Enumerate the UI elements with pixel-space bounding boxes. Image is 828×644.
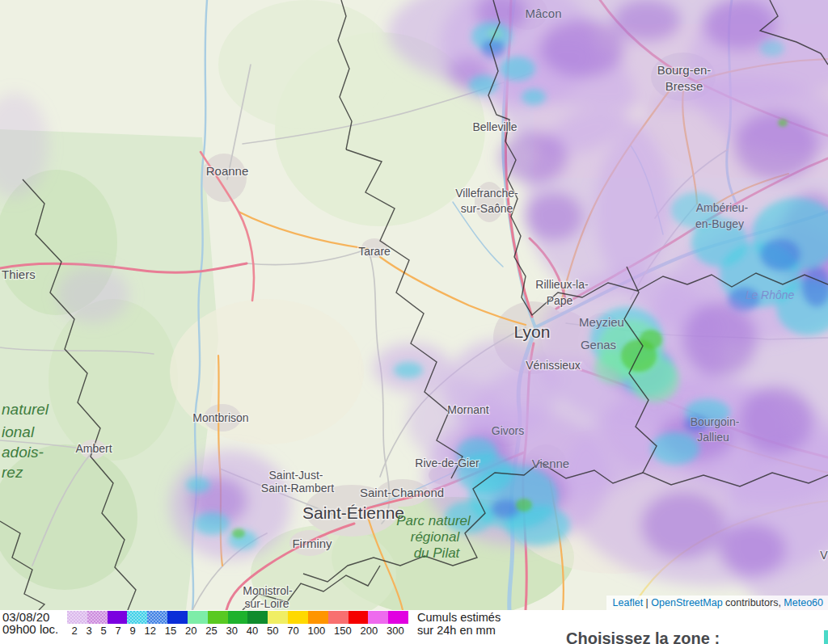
map-label-pilat-2: régional [411, 529, 461, 545]
map-label-bourgoin-1: Bourgoin- [691, 415, 740, 428]
legend-value-300: 300 [382, 625, 408, 637]
legend-value-9: 9 [125, 625, 140, 637]
map-label-bourgoin-2: Jallieu [697, 431, 729, 444]
legend-scale [67, 611, 408, 624]
map-label-mornant: Mornant [447, 403, 488, 416]
legend-color-300 [388, 611, 408, 624]
legend-color-25 [228, 611, 248, 624]
map-label-montbrison: Montbrison [192, 411, 248, 424]
map-label-livradois-3: adois- [2, 444, 44, 461]
map-label-venissieux: Vénissieux [526, 359, 581, 372]
map-label-firminy: Firminy [292, 537, 332, 550]
map-label-bourg-2: Bresse [665, 79, 703, 93]
weather-radar-map[interactable]: Mâcon Bourg-en- Bresse Belleville Villef… [0, 0, 828, 610]
legend-value-15: 15 [160, 625, 180, 637]
map-label-saintjust-2: Saint-Rambert [261, 482, 334, 495]
legend-value-7: 7 [111, 625, 125, 637]
map-label-belleville: Belleville [472, 120, 517, 133]
map-label-genas: Genas [581, 338, 616, 351]
map-label-le-rhone: Le Rhône [746, 288, 795, 301]
attribution-contributors: contributors, [725, 597, 781, 608]
legend-value-5: 5 [96, 625, 111, 637]
map-label-pilat-1: Parc naturel [396, 513, 471, 528]
map-label-saintchamond: Saint-Chamond [360, 486, 444, 499]
legend-value-20: 20 [181, 625, 201, 637]
map-label-villefranche-1: Villefranche- [455, 187, 518, 200]
legend-value-25: 25 [201, 625, 222, 637]
legend-value-30: 30 [222, 625, 242, 637]
legend-color-12 [167, 611, 188, 624]
legend-unit-line1: Cumuls estimés [417, 611, 501, 624]
map-label-monistrol-1: Monistrol- [243, 584, 293, 597]
map-label-thiers: Thiers [2, 267, 36, 281]
map-label-rivedegier: Rive-de-Gier [415, 457, 479, 469]
legend-unit: Cumuls estimés sur 24h en mm [417, 611, 501, 637]
legend-unit-line2: sur 24h en mm [417, 624, 501, 637]
legend-color-40 [268, 611, 288, 624]
map-label-macon: Mâcon [525, 6, 561, 20]
legend-value-100: 100 [303, 625, 329, 637]
map-label-v-fragment: V [820, 549, 828, 562]
legend-value-12: 12 [140, 625, 160, 637]
map-label-saintetienne: Saint-Étienne [302, 503, 404, 522]
legend-value-70: 70 [283, 625, 303, 637]
legend-value-150: 150 [330, 625, 356, 637]
map-label-monistrol-2: sur-Loire [244, 597, 289, 610]
map-label-saintjust-1: Saint-Just- [269, 469, 323, 482]
attribution: Leaflet | OpenStreetMap contributors, Me… [606, 596, 828, 610]
legend-value-50: 50 [263, 625, 283, 637]
legend-date-line2: 09h00 loc. [2, 623, 58, 635]
legend-color-5 [108, 611, 128, 624]
map-label-givors: Givors [492, 424, 524, 437]
legend-date: 03/08/20 09h00 loc. [2, 611, 58, 635]
openstreetmap-link[interactable]: OpenStreetMap [651, 597, 722, 608]
attribution-separator: | [646, 597, 648, 608]
legend-value-40: 40 [242, 625, 262, 637]
legend-color-7 [127, 611, 147, 624]
legend-value-200: 200 [356, 625, 382, 637]
legend-color-15 [188, 611, 208, 624]
leaflet-link[interactable]: Leaflet [613, 597, 644, 608]
meteo60-link[interactable]: Meteo60 [784, 597, 823, 608]
map-label-amberieu-2: en-Bugey [695, 217, 744, 230]
map-label-roanne: Roanne [206, 164, 249, 178]
map-label-meyzieu: Meyzieu [579, 315, 624, 329]
legend-color-70 [308, 611, 328, 624]
map-label-tarare: Tarare [358, 245, 391, 258]
legend-scale-labels: 235791215202530405070100150200300 [67, 625, 408, 637]
map-label-pilat-3: du Pilat [414, 545, 461, 561]
legend-color-200 [368, 611, 388, 624]
legend-date-line1: 03/08/20 [2, 611, 58, 623]
map-label-livradois-4: rez [2, 464, 23, 481]
map-label-amberieu-1: Ambérieu- [696, 201, 749, 214]
legend-color-20 [208, 611, 228, 624]
map-label-villefranche-2: sur-Saône [461, 202, 513, 215]
map-label-rillieux-2: Pape [547, 294, 573, 307]
legend-color-30 [247, 611, 268, 624]
legend-value-2: 2 [67, 625, 82, 637]
legend-value-3: 3 [82, 625, 96, 637]
map-label-rillieux-1: Rillieux-la- [535, 278, 589, 291]
choose-zone-label: Choisissez la zone : [566, 629, 720, 644]
legend-color-3 [87, 611, 108, 624]
legend-color-150 [349, 611, 369, 624]
legend-color-100 [328, 611, 349, 624]
legend-color-9 [147, 611, 167, 624]
map-label-vienne: Vienne [532, 457, 569, 470]
legend-color-50 [288, 611, 308, 624]
map-label-lyon: Lyon [514, 322, 551, 341]
map-label-livradois-1: naturel [2, 401, 49, 418]
map-label-ambert: Ambert [75, 442, 112, 455]
map-label-livradois-2: ional [2, 423, 35, 440]
ui-fragment-right-edge [824, 630, 828, 644]
map-label-bourg-1: Bourg-en- [657, 63, 712, 77]
legend-color-2 [67, 611, 87, 624]
